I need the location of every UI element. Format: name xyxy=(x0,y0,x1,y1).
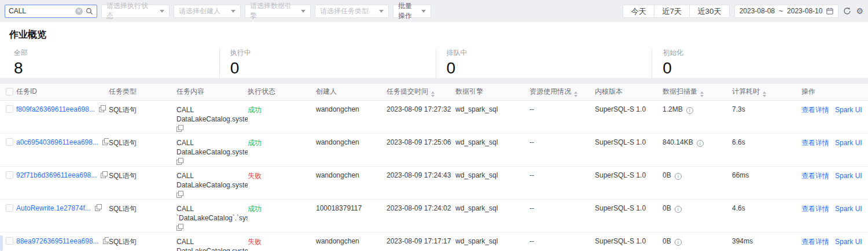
info-icon[interactable] xyxy=(686,107,693,114)
row-select-cell xyxy=(0,133,16,166)
column-header-data_scanned[interactable]: 数据扫描量 xyxy=(663,84,732,100)
date-range-picker[interactable]: 2023-08-08 ~ 2023-08-10 xyxy=(734,5,839,18)
view-detail-link[interactable]: 查看详情 xyxy=(801,205,829,213)
copy-icon[interactable] xyxy=(101,171,108,178)
spark-ui-link[interactable]: Spark UI xyxy=(835,238,862,246)
gear-icon[interactable]: ⚙ xyxy=(856,7,863,15)
row-select-cell xyxy=(0,166,16,199)
row-checkbox[interactable] xyxy=(6,138,13,146)
sort-icon[interactable] xyxy=(431,91,435,97)
copy-icon[interactable] xyxy=(95,204,102,211)
refresh-icon[interactable] xyxy=(843,7,851,15)
copy-icon[interactable] xyxy=(176,158,183,165)
stat-label: 排队中 xyxy=(447,48,652,58)
left-scrollbar-thumb[interactable] xyxy=(0,235,3,251)
engine: wd_spark_sql xyxy=(455,138,498,146)
task-content-line2: DataLakeCatalog.system.re... xyxy=(176,147,243,157)
select-placeholder: 请选择执行状态 xyxy=(106,1,153,21)
engine-filter-select[interactable]: 请选择数据引擎 xyxy=(245,5,311,18)
info-icon[interactable] xyxy=(697,140,704,147)
view-detail-link[interactable]: 查看详情 xyxy=(801,139,829,147)
view-detail-link[interactable]: 查看详情 xyxy=(801,106,829,114)
engine-cell: wd_spark_sql xyxy=(455,232,529,251)
stat-label: 初始化 xyxy=(663,48,868,58)
column-header-compute_time[interactable]: 计算耗时 xyxy=(732,84,801,100)
select-all-checkbox[interactable] xyxy=(6,88,13,95)
table-row: f809fa26369611eea698... SQL语句 CALL DataL… xyxy=(0,100,868,133)
sort-icon[interactable] xyxy=(574,91,578,97)
task-type-cell: SQL语句 xyxy=(109,133,176,166)
kernel-version: SuperSQL-S 1.0 xyxy=(595,204,646,212)
data-scanned-cell: 0B xyxy=(663,166,732,199)
copy-icon[interactable] xyxy=(176,191,183,198)
date-range-separator: ~ xyxy=(779,7,783,15)
task-type: SQL语句 xyxy=(109,106,137,114)
column-header-resource_usage[interactable]: 资源使用情况 xyxy=(529,84,595,100)
data-scanned-cell: 0B xyxy=(663,232,732,251)
today-button[interactable]: 今天 xyxy=(623,5,654,18)
row-checkbox[interactable] xyxy=(6,171,13,179)
search-icon[interactable] xyxy=(86,8,93,15)
resource-usage: -- xyxy=(529,138,534,146)
clear-search-icon[interactable]: ✕ xyxy=(75,8,83,15)
last-30-days-button[interactable]: 近30天 xyxy=(689,5,729,18)
copy-icon[interactable] xyxy=(176,224,183,231)
spark-ui-link[interactable]: Spark UI xyxy=(835,205,862,213)
row-checkbox[interactable] xyxy=(6,237,13,245)
column-label: 计算耗时 xyxy=(732,87,760,95)
task-id-link[interactable]: 88ea9726369511eea698... xyxy=(16,237,99,245)
copy-icon[interactable] xyxy=(102,138,109,145)
compute-time-cell: 6.6s xyxy=(732,133,801,166)
column-label: 创建人 xyxy=(316,87,337,95)
task-id-link[interactable]: f809fa26369611eea698... xyxy=(16,105,95,113)
info-icon[interactable] xyxy=(675,173,682,180)
view-detail-link[interactable]: 查看详情 xyxy=(801,172,829,180)
task-id-cell: AutoRewrite.1e27874f... xyxy=(16,199,109,232)
creator: wandongchen xyxy=(316,105,359,113)
task-id-link[interactable]: 92f71b6d369611eea698... xyxy=(16,171,97,179)
creator-cell: wandongchen xyxy=(316,166,387,199)
compute-time: 394ms xyxy=(732,237,753,245)
resource-usage: -- xyxy=(529,237,534,245)
last-7-days-button[interactable]: 近7天 xyxy=(654,5,690,18)
engine-cell: wd_spark_sql xyxy=(455,133,529,166)
task-type-filter-select[interactable]: 请选择任务类型 xyxy=(315,5,389,18)
kernel-version-cell: SuperSQL-S 1.0 xyxy=(595,133,663,166)
spark-ui-link[interactable]: Spark UI xyxy=(835,139,862,147)
task-id-link[interactable]: a0c69540369611eea698... xyxy=(16,138,98,146)
submit-time-cell: 2023-08-09 17:27:32 xyxy=(387,100,455,133)
task-type: SQL语句 xyxy=(109,205,137,213)
info-icon[interactable] xyxy=(675,206,682,213)
creator-filter-select[interactable]: 请选择创建人 xyxy=(174,5,241,18)
task-id-link[interactable]: AutoRewrite.1e27874f... xyxy=(16,204,91,212)
status-filter-select[interactable]: 请选择执行状态 xyxy=(101,5,170,18)
status-cell: 成功 xyxy=(248,100,316,133)
task-content-line2: DataLakeCatalog.system.re... xyxy=(176,246,243,251)
task-content-line1: CALL xyxy=(176,138,243,147)
task-type: SQL语句 xyxy=(109,172,137,180)
copy-icon[interactable] xyxy=(176,125,183,132)
task-type-cell: SQL语句 xyxy=(109,232,176,251)
data-scanned: 0B xyxy=(663,237,671,245)
job-overview-section: 作业概览 全部 8 执行中 0 排队中 0 初始化 0 xyxy=(0,22,868,78)
row-checkbox[interactable] xyxy=(6,105,13,113)
view-detail-link[interactable]: 查看详情 xyxy=(801,238,829,246)
search-box[interactable]: ✕ xyxy=(5,5,97,18)
submit-time: 2023-08-09 17:24:02 xyxy=(387,204,451,212)
copy-icon[interactable] xyxy=(99,105,106,112)
row-checkbox[interactable] xyxy=(6,204,13,212)
task-id-cell: 92f71b6d369611eea698... xyxy=(16,166,109,199)
batch-action-select[interactable]: 批量操作 xyxy=(393,5,431,18)
sort-icon[interactable] xyxy=(763,91,766,97)
compute-time-cell: 4.6s xyxy=(732,199,801,232)
sort-icon[interactable] xyxy=(700,91,704,97)
resource-usage: -- xyxy=(529,105,534,113)
spark-ui-link[interactable]: Spark UI xyxy=(835,172,862,180)
stat-value: 0 xyxy=(447,59,652,77)
info-icon[interactable] xyxy=(675,239,682,246)
actions-cell: 查看详情Spark UI xyxy=(801,232,868,251)
search-input[interactable] xyxy=(9,7,72,15)
spark-ui-link[interactable]: Spark UI xyxy=(835,106,862,114)
copy-icon[interactable] xyxy=(103,237,109,244)
column-header-submit_time[interactable]: 任务提交时间 xyxy=(387,84,455,100)
